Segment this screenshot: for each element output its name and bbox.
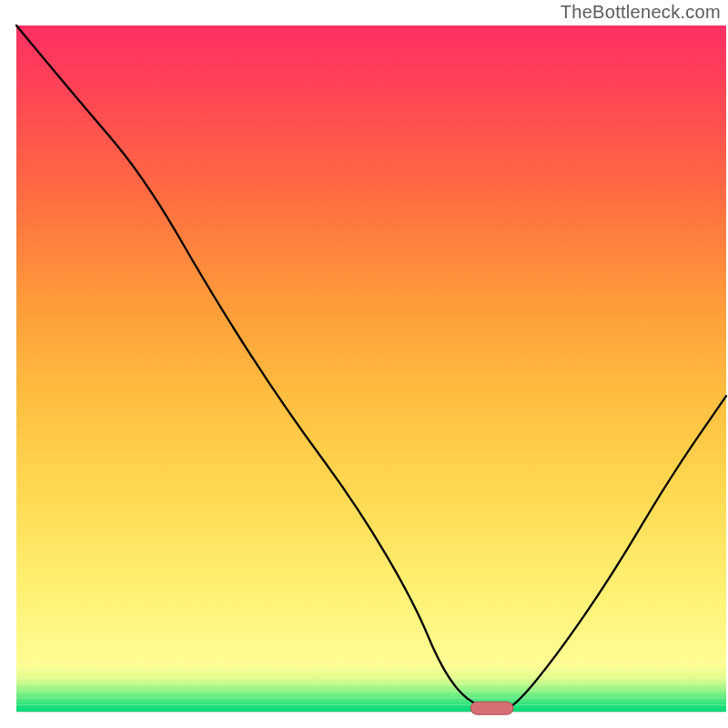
chart-canvas xyxy=(0,0,728,728)
optimal-marker xyxy=(470,702,513,714)
bottleneck-chart: TheBottleneck.com xyxy=(0,0,728,728)
gradient-background xyxy=(16,25,726,712)
